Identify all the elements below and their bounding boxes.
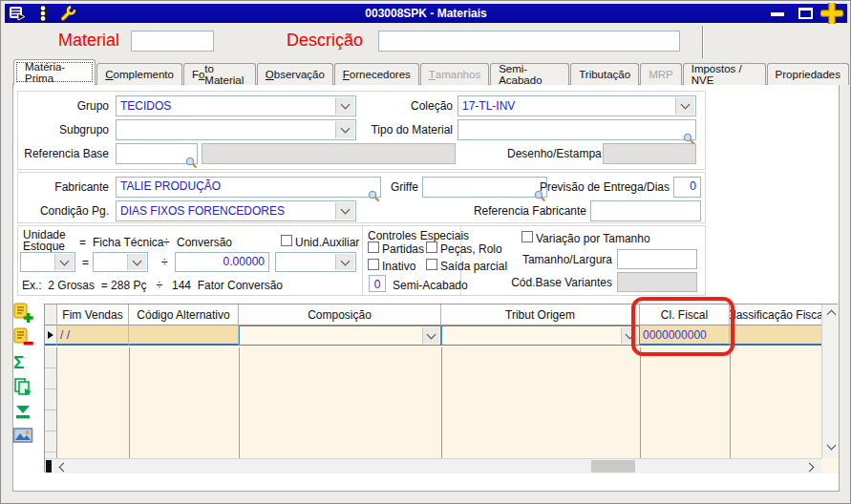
- referencia-base-descricao-field: [202, 143, 456, 164]
- chevron-down-icon[interactable]: [127, 254, 146, 270]
- close-button[interactable]: [820, 3, 843, 24]
- minimize-button[interactable]: [771, 12, 784, 16]
- lookup-icon[interactable]: [683, 133, 695, 145]
- tab-materia-prima[interactable]: Matéria-Prima: [13, 59, 96, 85]
- ficha-tecnica-label: Ficha Técnica: [93, 236, 163, 249]
- chevron-down-icon[interactable]: [675, 97, 694, 115]
- row-marker-icon: [48, 331, 53, 339]
- semi-acabado-label: Semi-Acabado: [393, 279, 468, 292]
- title-bar: 003008SPK - Materiais: [5, 4, 847, 23]
- cell-tribut-origem-combobox[interactable]: [441, 326, 640, 346]
- header-divider: [702, 26, 704, 58]
- grid-column-line: [129, 347, 130, 458]
- conversao-label: Conversão: [177, 236, 232, 249]
- delete-row-icon[interactable]: [12, 326, 33, 347]
- tamanho-largura-label: Tamanho/Largura: [512, 253, 612, 266]
- previsao-entrega-label: Previsão de Entrega/Dias: [536, 180, 670, 194]
- tab-complemento[interactable]: Complemento: [96, 63, 182, 85]
- chevron-down-icon[interactable]: [422, 327, 439, 344]
- horizontal-scrollbar[interactable]: [45, 458, 821, 473]
- unid-auxiliar-combobox[interactable]: [275, 252, 356, 272]
- go-to-last-icon[interactable]: [12, 401, 33, 422]
- maximize-button[interactable]: [798, 8, 813, 19]
- add-row-icon[interactable]: [12, 302, 33, 323]
- material-input[interactable]: [131, 31, 214, 52]
- vertical-scrollbar[interactable]: [821, 304, 839, 458]
- chevron-down-icon[interactable]: [335, 254, 354, 270]
- scrollbar-left-mark[interactable]: [46, 460, 52, 472]
- subgrupo-label: Subgrupo: [20, 123, 109, 136]
- grid-column-line: [640, 347, 641, 458]
- app-window: 003008SPK - Materiais Material Descrição…: [0, 0, 851, 504]
- material-label: Material: [58, 31, 119, 51]
- tamanho-largura-input[interactable]: [617, 249, 697, 269]
- horizontal-scrollbar-thumb[interactable]: [591, 460, 635, 472]
- tab-mrp: MRP: [640, 63, 682, 85]
- exemplo-conversao-label: Ex.: 2 Grosas = 288 Pç ÷ 144 Fator Conve…: [22, 279, 283, 292]
- cell-fim-vendas[interactable]: / /: [57, 326, 129, 346]
- tab-impostos-nve[interactable]: Impostos / NVE: [683, 63, 766, 85]
- tab-semi-acabado[interactable]: Semi-Acabado: [490, 63, 569, 85]
- image-icon[interactable]: [12, 425, 33, 446]
- saida-parcial-label: Saída parcial: [440, 260, 507, 273]
- cell-codigo-alternativo[interactable]: [129, 326, 239, 346]
- referencia-fabricante-label: Referencia Fabricante: [469, 204, 586, 218]
- cl-fiscal-annotation: [631, 297, 734, 356]
- chevron-down-icon[interactable]: [335, 97, 354, 115]
- pecas-rolo-checkbox[interactable]: [426, 242, 437, 253]
- scroll-down-icon[interactable]: [828, 445, 835, 449]
- cod-base-variantes-field: [617, 272, 697, 292]
- condicao-pg-combobox[interactable]: DIAS FIXOS FORENCEDORES: [116, 200, 356, 221]
- grid-column-line: [730, 347, 731, 458]
- divide-symbol: ÷: [161, 256, 168, 269]
- subgrupo-combobox[interactable]: [116, 119, 356, 140]
- partidas-label: Partidas: [382, 242, 424, 256]
- descricao-label: Descrição: [287, 31, 363, 51]
- tab-observacao[interactable]: Observação: [257, 63, 333, 85]
- previsao-entrega-input[interactable]: 0: [673, 177, 701, 198]
- inativo-checkbox[interactable]: [368, 259, 379, 270]
- unidade-label-2: Estoque: [23, 240, 65, 253]
- unid-auxiliar-checkbox[interactable]: [281, 235, 292, 246]
- tab-foto-material[interactable]: Foto Material: [183, 63, 256, 85]
- scroll-right-icon[interactable]: [806, 464, 816, 471]
- griffe-label: Griffe: [378, 180, 418, 194]
- tab-tamanhos: Tamanhos: [420, 63, 489, 85]
- tab-tributacao[interactable]: Tributação: [570, 63, 639, 85]
- sum-icon[interactable]: Σ: [13, 352, 34, 373]
- copy-rows-icon[interactable]: [12, 376, 33, 397]
- variacao-tamanho-label: Variação por Tamanho: [536, 232, 650, 245]
- tipo-material-input[interactable]: [457, 119, 696, 140]
- saida-parcial-checkbox[interactable]: [426, 259, 437, 270]
- lookup-icon[interactable]: [534, 190, 546, 202]
- equals-label: =: [79, 236, 86, 249]
- lookup-icon[interactable]: [185, 157, 198, 169]
- tab-fornecedores[interactable]: Fornecedores: [334, 63, 419, 85]
- tab-propriedades[interactable]: Propriedades: [767, 63, 849, 85]
- cell-composicao-combobox[interactable]: [239, 326, 441, 346]
- referencia-fabricante-input[interactable]: [590, 200, 701, 221]
- fabricante-input[interactable]: TALIE PRODUÇÃO: [116, 177, 381, 198]
- unidade-estoque-combobox[interactable]: [20, 252, 75, 272]
- pecas-rolo-label: Peças, Rolo: [440, 242, 502, 256]
- colecao-combobox[interactable]: 17-TL-INV: [457, 95, 696, 116]
- scrollbar-corner: [821, 458, 839, 473]
- conversao-input[interactable]: 0.00000: [175, 252, 269, 272]
- ficha-tecnica-combobox[interactable]: [93, 252, 148, 272]
- chevron-down-icon[interactable]: [54, 254, 74, 270]
- semi-acabado-input[interactable]: 0: [369, 275, 386, 292]
- lookup-icon[interactable]: [368, 190, 380, 202]
- chevron-down-icon[interactable]: [335, 121, 354, 138]
- grupo-combobox[interactable]: TECIDOS: [116, 95, 356, 116]
- cell-classificacao-fiscal[interactable]: [730, 326, 821, 346]
- row-marker-cell[interactable]: [45, 326, 57, 346]
- grupo-label: Grupo: [20, 99, 109, 113]
- chevron-down-icon[interactable]: [335, 202, 354, 220]
- scroll-left-icon[interactable]: [57, 464, 67, 471]
- griffe-input[interactable]: [422, 177, 547, 198]
- partidas-checkbox[interactable]: [368, 242, 379, 253]
- cod-base-variantes-label: Cód.Base Variantes: [504, 276, 612, 289]
- variacao-tamanho-checkbox[interactable]: [521, 231, 533, 242]
- scroll-up-icon[interactable]: [828, 311, 835, 315]
- descricao-input[interactable]: [378, 31, 680, 52]
